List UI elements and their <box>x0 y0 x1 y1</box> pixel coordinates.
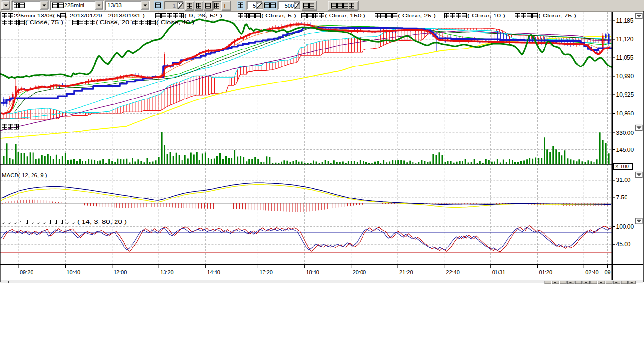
svg-text:02:40: 02:40 <box>585 269 599 275</box>
svg-text:( Close, 40 ): ( Close, 40 ) <box>156 19 194 25</box>
svg-text:1: 1 <box>173 3 176 9</box>
svg-text:( Close, 75 ): ( Close, 75 ) <box>538 13 576 18</box>
svg-text:01/31: 01/31 <box>492 269 506 275</box>
svg-text:11,120: 11,120 <box>616 36 634 43</box>
svg-text:( 9, 26, 52 ): ( 9, 26, 52 ) <box>184 13 222 18</box>
svg-text:09:20: 09:20 <box>20 269 33 275</box>
svg-text:( 14, 3, 80, 20 ): ( 14, 3, 80, 20 ) <box>77 219 127 225</box>
svg-text:12:00: 12:00 <box>114 269 127 275</box>
svg-text:09: 09 <box>605 269 611 275</box>
svg-text:21:20: 21:20 <box>399 269 413 275</box>
svg-text:01:20: 01:20 <box>539 269 553 275</box>
svg-text:7.50: 7.50 <box>616 194 628 201</box>
svg-text:( Close, 75 ): ( Close, 75 ) <box>25 19 63 25</box>
svg-text:10,990: 10,990 <box>616 73 634 80</box>
svg-text:225mini 13/03( 5: 225mini 13/03( 5 <box>14 13 60 18</box>
svg-text:14:40: 14:40 <box>207 269 220 275</box>
svg-text:( Close, 20 ): ( Close, 20 ) <box>96 19 133 25</box>
svg-text:( Close, 25 ): ( Close, 25 ) <box>398 13 436 18</box>
svg-text:22:40: 22:40 <box>446 269 460 275</box>
svg-text:( Close, 5 ): ( Close, 5 ) <box>261 13 296 18</box>
svg-text:330.00: 330.00 <box>616 130 634 136</box>
svg-text:31.00: 31.00 <box>616 177 631 183</box>
svg-text:100.00: 100.00 <box>616 223 634 230</box>
svg-text:17:20: 17:20 <box>259 269 273 275</box>
svg-text:45.00: 45.00 <box>616 241 631 248</box>
svg-text:13/03: 13/03 <box>107 2 122 8</box>
svg-text:( Close, 10 ): ( Close, 10 ) <box>467 13 505 18</box>
svg-text:13:20: 13:20 <box>160 269 174 275</box>
svg-text:225mini: 225mini <box>64 2 84 8</box>
svg-text:10,860: 10,860 <box>616 110 634 117</box>
svg-text:, 2013/01/29 - 2013/01/31 ): , 2013/01/29 - 2013/01/31 ) <box>66 13 145 18</box>
svg-text:500: 500 <box>285 3 294 9</box>
svg-text:MACD( 12, 26, 9 ): MACD( 12, 26, 9 ) <box>2 172 47 178</box>
svg-text:× 100: × 100 <box>615 164 629 169</box>
svg-text:11,055: 11,055 <box>616 54 634 61</box>
svg-text:T: T <box>223 3 226 9</box>
svg-text:5: 5 <box>253 3 256 9</box>
svg-text:20:00: 20:00 <box>353 269 366 275</box>
svg-text:10:40: 10:40 <box>67 269 81 275</box>
svg-text:18:40: 18:40 <box>306 269 319 275</box>
svg-text:145.00: 145.00 <box>616 147 634 153</box>
svg-text:11,185: 11,185 <box>616 17 634 24</box>
svg-text:10,925: 10,925 <box>616 91 634 98</box>
svg-text:( Close, 150 ): ( Close, 150 ) <box>325 13 365 18</box>
